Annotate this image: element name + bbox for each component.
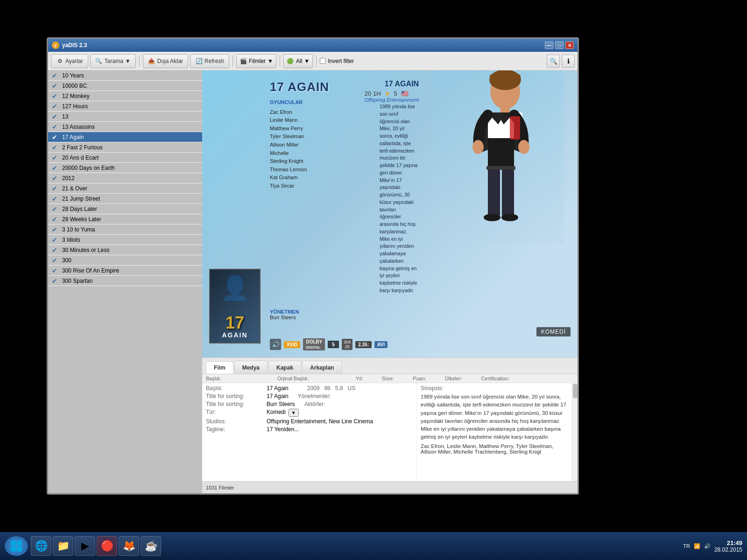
baslik-row: Başlık: 17 Again 2009 98 5,8 US bbox=[206, 385, 413, 392]
ayarlar-button[interactable]: ⚙ Ayarlar bbox=[51, 54, 88, 68]
movie-list-item[interactable]: ✔20000 Days on Earth bbox=[48, 163, 202, 173]
movie-title: 30 Minutes or Less bbox=[62, 247, 109, 253]
dolby-text: DOLBY bbox=[306, 339, 322, 344]
all-dropdown[interactable]: 🟢 All ▼ bbox=[283, 54, 313, 68]
title-sorting-label: Title for sorting: bbox=[206, 393, 267, 399]
clock-time: 21:49 bbox=[714, 539, 742, 546]
tab-arkaplan[interactable]: Arkaplan bbox=[302, 361, 342, 374]
start-button[interactable] bbox=[5, 536, 28, 556]
check-icon: ✔ bbox=[52, 92, 59, 100]
audio-badge: DOLBY DIGITAL bbox=[303, 338, 325, 350]
search-filter-button[interactable]: 🔍 bbox=[547, 55, 560, 68]
movie-list-item[interactable]: ✔300 Spartan bbox=[48, 276, 202, 286]
movie-list-item[interactable]: ✔20 Ans d Ecart bbox=[48, 153, 202, 163]
movie-list-item[interactable]: ✔30 Minutes or Less bbox=[48, 245, 202, 255]
movie-list-item[interactable]: ✔300 bbox=[48, 255, 202, 266]
star-icon: ★ bbox=[385, 90, 390, 97]
movie-list-item[interactable]: ✔21 Jump Street bbox=[48, 194, 202, 204]
tab-medya[interactable]: Medya bbox=[234, 361, 268, 374]
movie-list-item[interactable]: ✔2 Fast 2 Furious bbox=[48, 142, 202, 153]
taskbar-app-ie[interactable]: 🌐 bbox=[31, 536, 51, 556]
check-icon: ✔ bbox=[52, 246, 59, 254]
movie-list-item[interactable]: ✔17 Again bbox=[48, 132, 202, 142]
taskbar-app-firefox[interactable]: 🦊 bbox=[119, 536, 139, 556]
check-icon: ✔ bbox=[52, 216, 59, 223]
svg-point-13 bbox=[501, 214, 518, 221]
header-original: Orjinal Başlık: bbox=[277, 376, 309, 381]
maximize-button[interactable]: □ bbox=[555, 42, 564, 49]
details-panel: Başlık: Orjinal Başlık: Yıl: Süre: Puan:… bbox=[202, 374, 578, 481]
movie-title: 300 Spartan bbox=[62, 278, 92, 284]
refresh-button[interactable]: 🔄 Refresh bbox=[190, 54, 229, 68]
all-dropdown-icon: ▼ bbox=[304, 58, 310, 64]
yonetmen-row: Title for sorting: Burr Steers Aktörler: bbox=[206, 401, 413, 407]
taskbar-app-media[interactable]: ▶ bbox=[75, 536, 95, 556]
movie-list-item[interactable]: ✔12 Monkey bbox=[48, 91, 202, 101]
svg-rect-6 bbox=[488, 138, 514, 166]
tagline-label: Tagline: bbox=[206, 426, 267, 433]
tarama-button[interactable]: 🔍 Tarama ▼ bbox=[90, 54, 136, 68]
movie-list-item[interactable]: ✔10 Years bbox=[48, 70, 202, 81]
movie-list-item[interactable]: ✔21 & Over bbox=[48, 183, 202, 194]
filmler-dropdown[interactable]: 🎬 Filmler ▼ bbox=[236, 54, 276, 68]
puan-value: 5,8 bbox=[335, 385, 343, 392]
poster-title-text: AGAIN bbox=[222, 331, 247, 339]
movie-title: 21 & Over bbox=[62, 185, 87, 192]
studios-row: Studios: Offspring Entertainment, New Li… bbox=[206, 418, 413, 425]
tur-select-button[interactable]: ▼ bbox=[289, 409, 299, 417]
disa-aktar-icon: 📤 bbox=[148, 57, 155, 65]
movie-title: 12 Monkey bbox=[62, 93, 90, 99]
svg-rect-17 bbox=[11, 546, 16, 552]
movie-list-item[interactable]: ✔3 10 to Yuma bbox=[48, 224, 202, 235]
director-name: Burr Steers bbox=[270, 315, 299, 320]
taskbar-app-yadis[interactable]: ☕ bbox=[141, 536, 161, 556]
movie-list[interactable]: ✔10 Years✔10000 BC✔12 Monkey✔127 Hours✔1… bbox=[48, 70, 202, 493]
svg-rect-15 bbox=[11, 540, 16, 546]
toolbar-separator-4 bbox=[316, 56, 317, 67]
baslik-value: 17 Again bbox=[267, 385, 289, 392]
details-header: Başlık: Orjinal Başlık: Yıl: Süre: Puan:… bbox=[202, 374, 578, 383]
clock: 21:49 28.02.2015 bbox=[714, 539, 742, 553]
invert-filter-label[interactable]: Invert filter bbox=[320, 58, 354, 64]
movie-list-item[interactable]: ✔3 Idiots bbox=[48, 235, 202, 245]
aktorler-label: Aktörler: bbox=[304, 401, 325, 407]
header-baslik: Başlık: bbox=[206, 376, 221, 381]
tab-film[interactable]: Film bbox=[206, 361, 233, 374]
svg-rect-16 bbox=[17, 540, 22, 546]
yonetmen-val-label: Title for sorting: bbox=[206, 401, 267, 407]
svg-rect-9 bbox=[502, 169, 514, 216]
cast-member-8: Thomas Lennon bbox=[270, 166, 307, 174]
tur-label: Tür: bbox=[206, 409, 267, 417]
details-scrollbar[interactable] bbox=[572, 383, 578, 481]
taskbar-app-folder[interactable]: 📁 bbox=[53, 536, 73, 556]
check-icon: ✔ bbox=[52, 82, 59, 90]
movie-title: 2012 bbox=[62, 175, 75, 182]
minimize-button[interactable]: — bbox=[545, 42, 553, 49]
movie-list-item[interactable]: ✔10000 BC bbox=[48, 81, 202, 91]
movie-list-item[interactable]: ✔13 bbox=[48, 112, 202, 122]
tab-kapak[interactable]: Kapak bbox=[268, 361, 301, 374]
flag-icon: 🇺🇸 bbox=[401, 90, 409, 97]
info-button[interactable]: ℹ bbox=[562, 55, 575, 68]
movie-list-item[interactable]: ✔127 Hours bbox=[48, 101, 202, 112]
film-icon: 🎬 bbox=[240, 57, 247, 65]
cast-block: OYUNCULAR Zac Efron Leslie Mann Matthew … bbox=[270, 98, 307, 190]
ulkeler-value: US bbox=[347, 385, 355, 392]
invert-filter-checkbox[interactable] bbox=[320, 58, 326, 64]
cast-member-1: Zac Efron bbox=[270, 108, 307, 117]
movie-list-item[interactable]: ✔28 Weeks Later bbox=[48, 214, 202, 224]
movie-list-item[interactable]: ✔13 Assassins bbox=[48, 122, 202, 132]
check-icon: ✔ bbox=[52, 185, 59, 192]
taskbar-app-red[interactable]: 🔴 bbox=[97, 536, 117, 556]
movie-title: 10000 BC bbox=[62, 83, 87, 89]
app-title: yaDIS 2.3 bbox=[62, 42, 545, 49]
movie-title: 20000 Days on Earth bbox=[62, 165, 115, 171]
svg-point-11 bbox=[518, 140, 529, 154]
movie-list-item[interactable]: ✔28 Days Later bbox=[48, 204, 202, 214]
cast-member-9: Kat Graham bbox=[270, 174, 307, 182]
movie-title: 28 Days Later bbox=[62, 206, 97, 212]
close-button[interactable]: ✕ bbox=[565, 42, 574, 49]
movie-list-item[interactable]: ✔2012 bbox=[48, 173, 202, 183]
disa-aktar-button[interactable]: 📤 Dışa Aktar bbox=[143, 54, 188, 68]
movie-list-item[interactable]: ✔300 Rise Of An Empire bbox=[48, 266, 202, 276]
